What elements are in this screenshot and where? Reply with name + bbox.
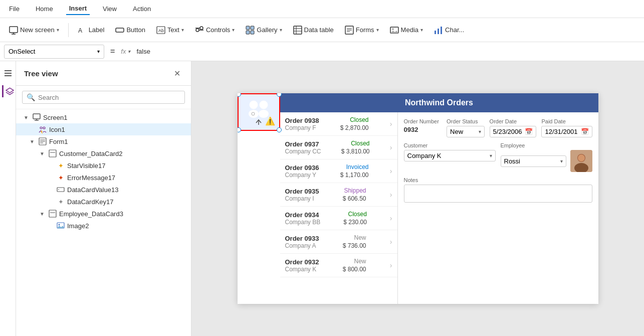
new-screen-button[interactable]: New screen ▾ (5, 24, 63, 37)
order-status-0936: Invoiced (346, 163, 369, 171)
order-date-field: Order Date 5/23/2006 📅 (490, 118, 537, 137)
resize-handle-tr[interactable] (277, 93, 282, 97)
list-item-0933[interactable]: Order 0933 Company A New $ 736.00 › (280, 230, 397, 254)
chart-button[interactable]: Char... (430, 24, 468, 37)
tree-item-customer-dc2-label: Customer_DataCard2 (59, 150, 122, 157)
order-company-0936: Company Y (285, 172, 319, 179)
tree-item-form1[interactable]: ▼ Form1 (16, 135, 191, 147)
property-selector[interactable]: OnSelect ▾ (4, 45, 104, 59)
order-right-0938: Closed $ 2,870.00 (340, 116, 369, 131)
icon-widget[interactable]: ⚠️ (238, 93, 280, 131)
resize-handle-br[interactable] (277, 127, 282, 132)
order-status-0933: New (354, 234, 366, 241)
resize-handle-bl[interactable] (238, 127, 241, 132)
order-number-label: Order Number (404, 118, 442, 124)
tree-item-starvisible17[interactable]: ✦ StarVisible17 (16, 159, 191, 172)
list-item-chevron-0937: › (390, 143, 392, 151)
resize-handle-tl[interactable] (238, 93, 241, 97)
label-button[interactable]: A Label (74, 24, 109, 37)
data-table-button[interactable]: Data table (289, 24, 338, 37)
order-amount-0938: $ 2,870.00 (340, 124, 369, 131)
tree-item-employee-dc3-label: Employee_DataCard3 (59, 210, 123, 218)
tree-panel: Tree view ✕ 🔍 ▼ Screen1 (16, 61, 191, 336)
datacard-node-icon (48, 149, 57, 158)
forms-button[interactable]: Forms ▾ (341, 24, 383, 37)
order-status-0937: Closed (351, 140, 369, 147)
employee-field: Employee Rossi ▾ (501, 142, 592, 172)
list-item-0936[interactable]: Order 0936 Company Y Invoiced $ 1,170.00… (280, 159, 397, 183)
order-number-field: Order Number 0932 (404, 118, 442, 137)
notes-field: Notes (404, 177, 592, 298)
list-item-0935[interactable]: Order 0935 Company I Shipped $ 606.50 › (280, 183, 397, 207)
order-id-0936: Order 0936 (285, 164, 319, 172)
controls-button[interactable]: Controls ▾ (191, 24, 239, 37)
order-company-0938: Company F (285, 124, 319, 131)
hamburger-menu-icon[interactable] (2, 67, 14, 79)
employee-select[interactable]: Rossi ▾ (501, 155, 566, 167)
svg-point-60 (578, 154, 585, 161)
order-amount-0933: $ 736.00 (343, 242, 366, 249)
menu-view[interactable]: View (100, 3, 120, 15)
menu-action[interactable]: Action (130, 3, 154, 15)
svg-point-50 (59, 224, 60, 226)
icon-node-icon (38, 125, 47, 134)
paid-date-input[interactable]: 12/31/2001 📅 (541, 126, 592, 137)
customer-select[interactable]: Company K ▾ (404, 150, 496, 161)
tree-item-employee-datacard3[interactable]: ▼ Employee_DataCard3 (16, 208, 191, 220)
text-button[interactable]: Ab Text ▾ (152, 24, 188, 37)
tree-item-screen1[interactable]: ▼ Screen1 (16, 111, 191, 123)
form-node-icon (38, 137, 47, 146)
list-item-chevron-0936: › (390, 167, 392, 175)
list-item-0938[interactable]: Order 0938 Company F Closed $ 2,870.00 › (280, 112, 397, 136)
tree-item-customer-datacard2[interactable]: ▼ Customer_DataCard2 (16, 147, 191, 159)
menu-insert[interactable]: Insert (66, 3, 90, 15)
expand-spacer (28, 125, 36, 133)
expand-icon: ▼ (22, 113, 30, 121)
paid-date-value: 12/31/2001 (545, 128, 577, 135)
order-company-0935: Company I (285, 195, 319, 202)
svg-text:Ab: Ab (158, 28, 164, 33)
tree-item-datacardvalue13-label: DataCardValue13 (67, 186, 118, 194)
list-item-0934[interactable]: Order 0934 Company BB Closed $ 230.00 › (280, 207, 397, 230)
button-button[interactable]: Button (111, 24, 149, 37)
list-item-0932[interactable]: Order 0932 Company K New $ 800.00 › (280, 254, 397, 277)
menu-file[interactable]: File (6, 3, 23, 15)
tree-item-datacardvalue13[interactable]: DataCardValue13 (16, 184, 191, 196)
menu-home[interactable]: Home (33, 3, 56, 15)
list-item-0937[interactable]: Order 0937 Company CC Closed $ 3,810.00 … (280, 136, 397, 159)
order-status-select[interactable]: New ▾ (447, 126, 485, 137)
search-input[interactable] (38, 94, 180, 101)
employee-label: Employee (501, 142, 592, 148)
media-button[interactable]: Media ▾ (386, 24, 427, 37)
list-item-chevron-0934: › (390, 214, 392, 222)
svg-marker-31 (6, 88, 13, 92)
layers-icon[interactable] (2, 85, 14, 97)
svg-rect-43 (49, 150, 56, 157)
tree-item-icon1[interactable]: Icon1 (16, 123, 191, 135)
svg-point-51 (250, 101, 258, 109)
forms-chevron: ▾ (376, 27, 379, 33)
label-icon: A (78, 26, 87, 35)
fx-chevron: ▾ (128, 49, 130, 54)
search-icon: 🔍 (27, 93, 35, 101)
order-date-input[interactable]: 5/23/2006 📅 (490, 126, 537, 137)
canvas-area: ⚠️ Northwind Orders Order 0938 Company F (191, 61, 644, 336)
dck17-expand-spacer (46, 198, 54, 206)
image-node-icon (56, 221, 65, 230)
tree-item-errormessage17[interactable]: ✦ ErrorMessage17 (16, 172, 191, 184)
formula-input[interactable]: false (134, 47, 640, 56)
tree-item-errormessage17-label: ErrorMessage17 (67, 174, 115, 182)
gallery-button[interactable]: Gallery ▾ (242, 24, 286, 37)
notes-textarea[interactable] (404, 185, 592, 203)
media-icon (390, 26, 399, 35)
key-node-icon: ✦ (56, 197, 65, 206)
controls-icon (195, 26, 204, 35)
list-item-chevron-0938: › (390, 120, 392, 128)
tree-search-box[interactable]: 🔍 (22, 91, 185, 104)
order-amount-0936: $ 1,170.00 (340, 172, 369, 179)
tree-item-image2[interactable]: Image2 (16, 220, 191, 232)
tree-close-button[interactable]: ✕ (171, 67, 183, 79)
tree-item-datacardkey17[interactable]: ✦ DataCardKey17 (16, 196, 191, 208)
warning-badge-icon: ⚠️ (265, 116, 275, 126)
list-item-chevron-0933: › (390, 238, 392, 246)
